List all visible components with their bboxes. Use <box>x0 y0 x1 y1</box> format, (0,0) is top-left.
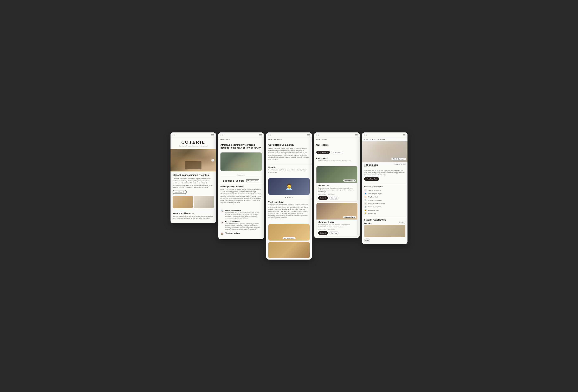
community-title-section: Our Coterie Community At The Coterie, we… <box>266 141 312 164</box>
warm-image <box>173 196 193 208</box>
available-units-title: Currently Available Units <box>364 219 405 221</box>
tranquil-contact-button[interactable]: Contact Us <box>318 231 328 235</box>
community-security-img: 👨‍💼 <box>268 178 310 195</box>
more-about-us-button[interactable]: More About Us <box>173 190 187 194</box>
tranquil-room-meta: 270-281 sqft · $1700+/month <box>318 229 356 230</box>
amenities-icon: 🏢 <box>364 206 367 208</box>
unit-image <box>364 225 405 237</box>
zen-den-detail-section: The Zen Den Two units available Starts a… <box>362 162 407 184</box>
view-floor-plan-button[interactable]: View Floor Plan <box>364 177 379 181</box>
design-text: Thoughtful Design Every detail of our li… <box>225 220 262 230</box>
rooms-subtitle-section: Room Styles 12 Vacant Rooms · Available … <box>314 155 360 165</box>
zen-den-header <box>362 132 407 137</box>
community-header <box>266 132 312 137</box>
available-units-section: Currently Available Units Unit #124 Firs… <box>362 217 407 244</box>
furnished-icon: 🪑 <box>364 196 367 198</box>
filter-room-features[interactable]: Room Features <box>316 151 330 154</box>
zen-more-info-button[interactable]: More Info <box>329 196 338 200</box>
home-body: At Coterie, we redefine the way you expe… <box>173 178 214 189</box>
rooms-menu-icon[interactable] <box>355 134 358 136</box>
community-header-dots <box>268 134 271 135</box>
room-card-zen: Available Now (2) The Zen Den Three room… <box>316 166 358 202</box>
feature-doorlock: 🔒 Smart Door Lock <box>364 209 405 211</box>
zen-room-desc: Three room styles. Queen bed, private en… <box>318 187 356 193</box>
tranquil-room-info: The Tranquil King Two room styles. King … <box>316 219 357 236</box>
smarthome-icon: 💡 <box>364 212 367 215</box>
room-card-tranquil: Available Now (1) The Tranquil King Two … <box>316 203 358 236</box>
unit-number: Unit #124 <box>364 222 371 224</box>
bathroom-text: Private En-suite Bathroom <box>368 203 385 204</box>
cdot-3 <box>289 197 289 198</box>
feature-amenities: 🏢 Access to Amenities <box>364 206 405 208</box>
about-menu-icon[interactable] <box>259 134 262 136</box>
zen-den-subtitle: Two units available <box>364 166 378 168</box>
feature-sqft: ⬜ 200-220 square feet <box>364 189 405 191</box>
about-title-section: Affordable community-centered housing in… <box>218 141 264 153</box>
dining-label: The Dining Room <box>283 237 296 239</box>
crew-title: The Coterie Crew <box>268 201 310 203</box>
hero-arrow[interactable]: › <box>211 159 214 162</box>
home-header <box>171 132 216 137</box>
dot1 <box>364 134 365 135</box>
nyt-logo: New York Post <box>246 179 259 182</box>
community-title: Our Coterie Community <box>268 143 310 146</box>
doorlock-icon: 🔒 <box>364 209 367 211</box>
rooms-title-section: Our Rooms <box>314 141 360 150</box>
zen-den-header-dots <box>364 134 367 135</box>
zen-den-title: The Zen Den <box>364 164 378 166</box>
zen-room-img: Available Now (2) <box>316 166 357 183</box>
feature-smarthome: 💡 Smart Home <box>364 212 405 215</box>
zen-den-hero-image: Private Bathroom <box>362 141 407 162</box>
rooms-header <box>314 132 360 137</box>
icon-row-bg-checks: 🔍 Background Checks Your safety and secu… <box>220 209 262 219</box>
icon-row-design: ✦ Thoughtful Design Every detail of our … <box>220 220 262 230</box>
security-section: Security On-call security available for … <box>266 164 312 177</box>
offering-body: Our mission is simple: to provide budget… <box>220 189 262 204</box>
hero-image: › <box>171 149 216 172</box>
featured-logos: BUSINESS INSIDER New York Post <box>218 179 264 184</box>
logo-text: COTERIE <box>173 139 214 145</box>
tagline: Communal living for the modern professio… <box>173 145 214 147</box>
dot1 <box>316 134 317 135</box>
rooms-page-title: Our Rooms <box>316 143 358 146</box>
cdot-5 <box>292 197 293 198</box>
home-section2: Single & Double Rooms Whether you prefer… <box>171 210 216 223</box>
dot1 <box>220 134 222 135</box>
zen-room-meta: 200-220 sqft · $1200+/month <box>318 194 356 195</box>
zen-contact-button[interactable]: Contact Us <box>318 196 328 200</box>
filter-room-styles[interactable]: Room Styles <box>331 151 343 154</box>
tranquil-more-info-button[interactable]: More Info <box>329 231 338 235</box>
home-section1: Elegant, calm, community-centric At Cote… <box>171 172 216 196</box>
feature-furnished: 🪑 Fully Furnished <box>364 196 405 198</box>
tranquil-room-desc: Two room styles. King bed, private en-su… <box>318 224 356 227</box>
home-menu-icon[interactable] <box>211 134 214 136</box>
dot2 <box>222 134 223 135</box>
cdot-4 <box>290 197 291 198</box>
icons-section: 🔍 Background Checks Your safety and secu… <box>218 207 264 239</box>
crew-body: Our people are at the heart of everythin… <box>268 204 310 219</box>
two-col-images <box>171 196 216 210</box>
design-icon: ✦ <box>220 221 224 224</box>
workspace-text: Dedicated Workspace <box>368 200 382 201</box>
logo-area: COTERIE Communal living for the modern p… <box>171 137 216 149</box>
dot2 <box>174 134 175 135</box>
community-body: At The Coterie, we believe in the power … <box>268 147 310 161</box>
home-section2-body: Whether you prefer to fly solo or cohabi… <box>173 215 214 219</box>
tranquil-room-img: Available Now (1) <box>316 203 357 219</box>
occupant-text: Solo Occupant Room <box>368 193 382 194</box>
doorlock-text: Smart Door Lock <box>368 209 379 211</box>
about-header-dots <box>220 134 223 135</box>
tranquil-room-actions: Contact Us More Info <box>318 231 356 235</box>
screen-about: Home / About Affordable community-center… <box>218 132 264 239</box>
cdot-2 <box>287 197 288 198</box>
community-menu-icon[interactable] <box>307 134 310 136</box>
rooms-breadcrumb: Home / Rooms <box>314 137 360 141</box>
dot2 <box>366 134 367 135</box>
crew-section: The Coterie Crew Our people are at the h… <box>266 199 312 223</box>
zen-den-menu-icon[interactable] <box>403 134 405 136</box>
furnished-text: Fully Furnished <box>368 196 378 198</box>
more-units-button[interactable]: More <box>364 238 370 242</box>
dot2 <box>318 134 319 135</box>
screen-zen-den: Home / Rooms / The Zen Den Private Bathr… <box>362 132 407 244</box>
rooms-subtitle: Room Styles <box>316 157 358 159</box>
